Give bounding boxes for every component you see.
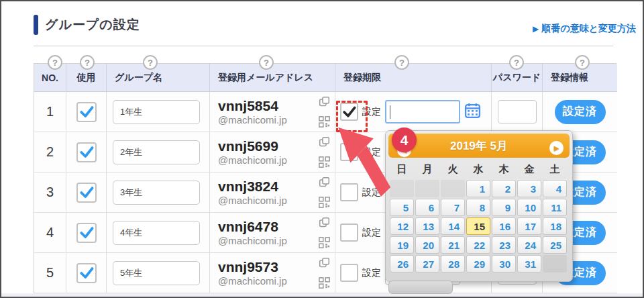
calendar-day[interactable]: 23 xyxy=(492,236,516,254)
email-icons xyxy=(319,217,330,248)
use-checkbox[interactable] xyxy=(76,223,97,243)
email-id: vnnj6478 xyxy=(218,219,278,235)
use-checkbox[interactable] xyxy=(76,142,97,162)
calendar-button[interactable] xyxy=(464,102,481,121)
calendar-day[interactable]: 22 xyxy=(466,236,490,254)
calendar-day[interactable]: 20 xyxy=(415,236,439,254)
calendar-day[interactable]: 19 xyxy=(390,236,414,254)
deadline-date-input[interactable] xyxy=(385,100,460,123)
calendar-day[interactable]: 27 xyxy=(415,255,439,272)
row-number: 5 xyxy=(34,253,66,293)
deadline-checkbox[interactable] xyxy=(340,264,358,282)
datepicker-popup: ◀ 2019年 5月 ▶ 日月火水木金土 1234567891011121314… xyxy=(385,130,573,282)
password-input[interactable] xyxy=(498,100,537,123)
email-id: vnnj3824 xyxy=(218,179,278,195)
group-name-cell xyxy=(107,92,210,132)
calendar-empty-cell xyxy=(415,180,439,197)
calendar-day[interactable]: 31 xyxy=(517,255,541,272)
calendar-day[interactable]: 26 xyxy=(390,255,414,272)
status-registered-button[interactable]: 設定済 xyxy=(555,100,606,124)
copy-icon[interactable] xyxy=(319,217,330,228)
text-caret xyxy=(390,105,390,119)
help-icon-group[interactable]: ? xyxy=(143,55,158,70)
group-settings-page: グループの設定 ▶順番の意味と変更方法 NO. 使用 グループ名 登録用メールア… xyxy=(0,0,644,298)
check-icon xyxy=(78,185,95,201)
calendar-day[interactable]: 3 xyxy=(517,180,541,197)
help-icon-deadline[interactable]: ? xyxy=(394,55,409,70)
help-icon-use[interactable]: ? xyxy=(80,55,95,70)
calendar-day[interactable]: 2 xyxy=(492,180,516,197)
help-icon-no[interactable]: ? xyxy=(48,55,62,70)
email-cell: vnnj5854@machicomi.jp xyxy=(210,92,335,132)
copy-icon[interactable] xyxy=(319,257,330,268)
calendar-footer-button[interactable] xyxy=(388,281,453,294)
calendar-day[interactable]: 12 xyxy=(390,217,414,235)
calendar-day[interactable]: 1 xyxy=(466,180,490,197)
help-icon-status[interactable]: ? xyxy=(575,55,590,70)
email-cell: vnnj5699@machicomi.jp xyxy=(210,132,335,172)
calendar-day[interactable]: 21 xyxy=(441,236,465,254)
qr-code-icon[interactable] xyxy=(319,116,330,128)
calendar-day[interactable]: 29 xyxy=(466,255,490,272)
calendar-day[interactable]: 8 xyxy=(466,199,490,216)
copy-icon[interactable] xyxy=(319,96,330,107)
email-id: vnnj5854 xyxy=(218,98,278,114)
calendar-day-selected[interactable]: 15 xyxy=(466,217,490,235)
calendar-day[interactable]: 24 xyxy=(517,236,541,254)
use-checkbox[interactable] xyxy=(76,183,97,203)
help-icon-email[interactable]: ? xyxy=(259,55,274,70)
email-domain: @machicomi.jp xyxy=(218,154,287,166)
use-checkbox[interactable] xyxy=(76,263,97,283)
page-title: グループの設定 xyxy=(45,16,140,34)
order-help-link[interactable]: ▶順番の意味と変更方法 xyxy=(533,23,636,35)
password-cell xyxy=(492,92,543,132)
calendar-day[interactable]: 7 xyxy=(441,199,465,216)
use-cell xyxy=(66,253,107,293)
calendar-day[interactable]: 14 xyxy=(441,217,465,235)
next-month-icon[interactable]: ▶ xyxy=(549,141,564,155)
group-name-input[interactable] xyxy=(113,140,200,164)
qr-code-icon[interactable] xyxy=(319,237,330,248)
use-checkbox[interactable] xyxy=(76,102,97,122)
calendar-day[interactable]: 9 xyxy=(492,199,516,216)
qr-code-icon[interactable] xyxy=(319,156,330,168)
day-grid: 1234567891011121314151617181920212223242… xyxy=(389,179,568,273)
email-domain: @machicomi.jp xyxy=(218,235,287,247)
calendar-icon[interactable] xyxy=(464,102,481,119)
callout-arrow-icon xyxy=(335,126,397,205)
calendar-day[interactable]: 11 xyxy=(543,199,567,216)
calendar-day[interactable]: 10 xyxy=(517,199,541,216)
group-name-cell xyxy=(107,213,210,253)
email-icons xyxy=(319,96,330,128)
email-domain: @machicomi.jp xyxy=(218,114,287,126)
day-of-week-row: 日月火水木金土 xyxy=(389,162,568,177)
calendar-day[interactable]: 25 xyxy=(543,236,567,254)
calendar-day[interactable]: 18 xyxy=(543,217,567,235)
group-name-input[interactable] xyxy=(113,261,200,285)
email-icons xyxy=(319,177,330,208)
calendar-day[interactable]: 4 xyxy=(543,180,567,197)
calendar-day[interactable]: 6 xyxy=(415,199,439,216)
group-name-input[interactable] xyxy=(113,221,200,245)
copy-icon[interactable] xyxy=(319,136,330,148)
calendar-day[interactable]: 28 xyxy=(441,255,465,272)
column-header-deadline: 登録期限 xyxy=(335,64,492,92)
calendar-day[interactable]: 13 xyxy=(415,217,439,235)
group-name-input[interactable] xyxy=(113,100,200,124)
email-cell: vnnj9573@machicomi.jp xyxy=(210,253,335,293)
deadline-checkbox[interactable] xyxy=(340,224,358,242)
qr-code-icon[interactable] xyxy=(319,197,330,208)
check-icon xyxy=(78,265,95,281)
datepicker-month-title: 2019年 5月 xyxy=(450,138,508,154)
link-arrow-icon: ▶ xyxy=(533,24,539,34)
calendar-day[interactable]: 16 xyxy=(492,217,516,235)
copy-icon[interactable] xyxy=(319,177,330,188)
calendar-day[interactable]: 17 xyxy=(517,217,541,235)
help-icon-password[interactable]: ? xyxy=(509,55,524,70)
email-cell: vnnj3824@machicomi.jp xyxy=(210,172,335,213)
calendar-day[interactable]: 30 xyxy=(492,255,516,272)
qr-code-icon[interactable] xyxy=(319,277,330,289)
bottom-strip xyxy=(1,293,643,297)
group-name-input[interactable] xyxy=(113,181,200,205)
day-of-week-label: 月 xyxy=(415,162,440,177)
